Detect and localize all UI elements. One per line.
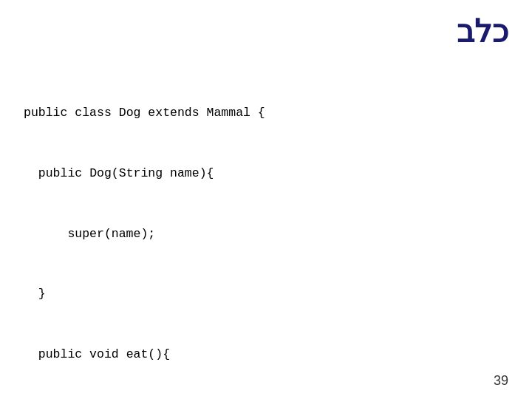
code-line-4: } bbox=[24, 284, 324, 304]
code-line-1: public class Dog extends Mammal { bbox=[24, 103, 324, 123]
code-line-2: public Dog(String name){ bbox=[24, 163, 324, 183]
code-line-3: super(name); bbox=[24, 224, 324, 244]
code-line-5: public void eat(){ bbox=[24, 344, 324, 364]
code-block: public class Dog extends Mammal { public… bbox=[24, 63, 324, 399]
page-number: 39 bbox=[494, 373, 508, 389]
slide-title: כלב bbox=[457, 13, 508, 50]
